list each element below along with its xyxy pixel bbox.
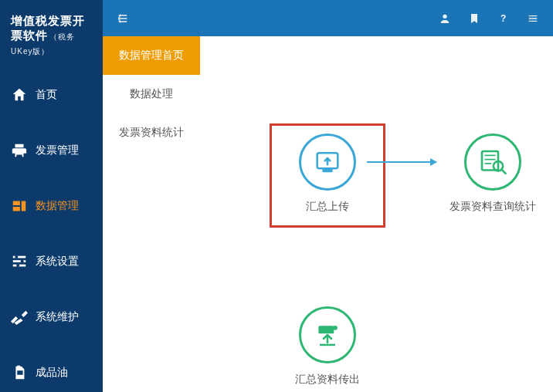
- svg-rect-13: [318, 326, 334, 333]
- svg-rect-1: [13, 260, 26, 262]
- app-logo: 增值税发票开票软件（税务UKey版）: [0, 0, 103, 76]
- svg-point-14: [333, 326, 338, 330]
- svg-rect-0: [13, 256, 26, 259]
- search-doc-icon: [464, 133, 521, 191]
- main-area: ? 汇总上传: [200, 0, 553, 392]
- nav-label: 数据管理: [36, 199, 79, 213]
- submenu: 数据管理首页 数据处理 发票资料统计: [103, 36, 200, 392]
- svg-point-7: [443, 14, 446, 18]
- tile-label: 汇总上传: [281, 200, 374, 214]
- upload-icon: [299, 133, 356, 191]
- home-icon: [11, 86, 28, 103]
- nav-oil[interactable]: 成品油: [0, 353, 103, 392]
- nav-home[interactable]: 首页: [0, 76, 103, 114]
- oil-icon: [11, 364, 28, 381]
- submenu-label: 数据处理: [130, 87, 173, 101]
- svg-rect-15: [320, 344, 335, 346]
- submenu-label: 发票资料统计: [119, 126, 184, 140]
- printer-icon: [11, 142, 28, 159]
- nav-label: 系统维护: [36, 310, 79, 324]
- tile-invoice-query[interactable]: 发票资料查询统计: [446, 133, 539, 214]
- content: 汇总上传 发票资料查询统计: [200, 36, 553, 392]
- svg-text:?: ?: [500, 13, 506, 24]
- export-icon: [299, 306, 356, 363]
- submenu-invoice-stats[interactable]: 发票资料统计: [103, 113, 200, 152]
- sidebar: 增值税发票开票软件（税务UKey版） 首页 发票管理 数据管理 系统设置: [0, 0, 103, 392]
- tile-label: 汇总资料传出: [281, 373, 374, 387]
- nav-label: 系统设置: [36, 255, 79, 269]
- arrow-icon: [367, 161, 436, 163]
- user-icon[interactable]: [439, 12, 451, 25]
- menu-collapse-icon[interactable]: [117, 12, 129, 25]
- svg-point-3: [15, 255, 18, 259]
- topbar: ?: [103, 0, 553, 36]
- tile-summary-export[interactable]: 汇总资料传出: [281, 306, 374, 387]
- nav-settings[interactable]: 系统设置: [0, 242, 103, 281]
- tools-icon: [11, 309, 28, 326]
- bookmark-icon[interactable]: [468, 12, 480, 25]
- svg-rect-10: [322, 168, 332, 172]
- sliders-icon: [11, 253, 28, 270]
- svg-rect-6: [17, 370, 22, 375]
- data-icon: [11, 198, 28, 215]
- submenu-data-process[interactable]: 数据处理: [103, 75, 200, 113]
- nav-label: 首页: [36, 88, 57, 102]
- nav-maintenance[interactable]: 系统维护: [0, 298, 103, 336]
- submenu-label: 数据管理首页: [119, 49, 184, 63]
- menu-icon[interactable]: [527, 12, 539, 25]
- svg-point-4: [21, 260, 24, 263]
- help-icon[interactable]: ?: [497, 12, 510, 25]
- nav-data[interactable]: 数据管理: [0, 187, 103, 225]
- tile-label: 发票资料查询统计: [446, 200, 539, 214]
- submenu-data-home[interactable]: 数据管理首页: [103, 36, 200, 75]
- tile-summary-upload[interactable]: 汇总上传: [281, 133, 374, 214]
- svg-point-5: [16, 264, 19, 267]
- nav-label: 发票管理: [36, 144, 79, 157]
- svg-rect-11: [482, 151, 498, 171]
- nav-invoices[interactable]: 发票管理: [0, 131, 103, 170]
- nav-label: 成品油: [36, 366, 68, 380]
